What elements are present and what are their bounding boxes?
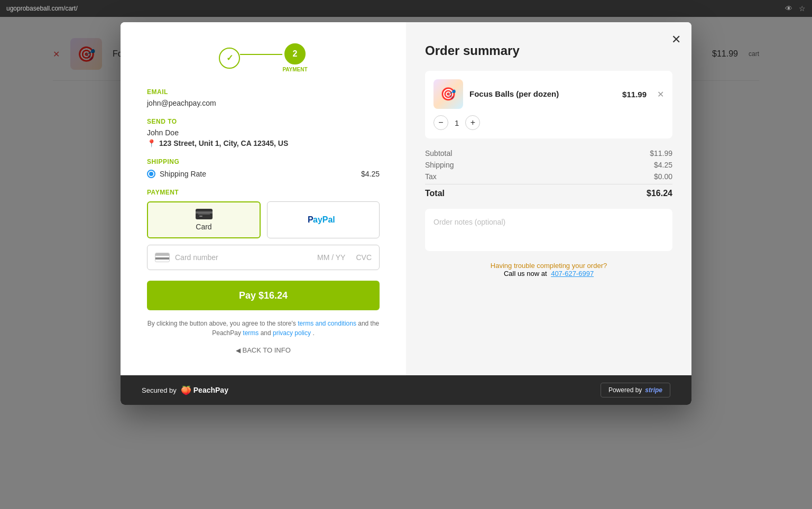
terms-conditions-link[interactable]: terms and conditions [298,320,356,327]
step-1-wrapper: ✓ [219,48,240,69]
order-summary-title: Order summary [425,43,672,58]
step-2-circle: 2 [284,43,306,64]
subtotal-value: $11.99 [650,149,672,158]
qty-value: 1 [455,118,459,127]
modal-overlay: ✓ 2 PAYMENT EMAIL john@peachpay.com SE [0,17,812,509]
tax-value: $0.00 [654,172,672,181]
card-number-placeholder[interactable]: Card number [175,253,312,262]
step-1-check: ✓ [226,53,233,63]
call-label: Call us now at [504,270,547,277]
shipping-rate-price: $4.25 [361,170,380,178]
tax-label: Tax [425,172,437,181]
address-value: 123 Street, Unit 1, City, CA 12345, US [159,139,288,147]
order-notes-placeholder: Order notes (optional) [433,218,505,226]
qty-decrease-button[interactable]: − [433,115,448,130]
address-row: 📍 123 Street, Unit 1, City, CA 12345, US [147,139,380,147]
phone-link[interactable]: 407-627-6997 [551,270,594,277]
svg-text:ayPal: ayPal [313,215,335,224]
privacy-policy-link[interactable]: privacy policy [273,329,311,337]
trouble-text: Having trouble completing your order? [425,262,672,270]
step-2-wrapper: 2 PAYMENT [282,43,307,72]
shipping-row: Shipping Rate $4.25 [147,170,380,178]
card-cvc-placeholder[interactable]: CVC [356,253,372,262]
shipping-section-label: SHIPPING [147,158,380,165]
svg-rect-1 [198,212,210,215]
call-text-row: Call us now at 407-627-6997 [425,270,672,277]
send-to-section-label: SEND TO [147,118,380,125]
stripe-logo: stripe [645,386,662,394]
pin-icon: 📍 [147,139,156,147]
peachpay-logo: 🍑 PeachPay [181,385,228,395]
order-item-row: 🎯 Focus Balls (per dozen) $11.99 ✕ [433,79,664,109]
checkout-modal: ✓ 2 PAYMENT EMAIL john@peachpay.com SE [121,22,691,405]
powered-by-stripe: Powered by stripe [601,383,670,397]
browser-url: ugoprobaseball.com/cart/ [6,5,785,12]
order-item-remove[interactable]: ✕ [657,89,664,99]
order-item-card: 🎯 Focus Balls (per dozen) $11.99 ✕ − 1 + [425,71,672,138]
shipping-rate-name: Shipping Rate [160,170,206,178]
checkout-stepper: ✓ 2 PAYMENT [147,43,380,72]
total-label: Total [425,189,445,198]
step-1-circle: ✓ [219,48,240,69]
shipping-radio[interactable] [147,170,155,178]
shipping-summary-label: Shipping [425,161,454,169]
modal-left-panel: ✓ 2 PAYMENT EMAIL john@peachpay.com SE [121,22,406,375]
terms-text-and: and [261,329,271,337]
pay-button[interactable]: Pay $16.24 [147,281,380,310]
paypal-payment-option[interactable]: P ayPal [267,201,380,238]
qty-increase-button[interactable]: + [465,115,480,130]
card-payment-label: Card [196,223,211,231]
order-item-thumbnail: 🎯 [433,79,463,109]
subtotal-label: Subtotal [425,149,452,158]
order-item-name: Focus Balls (per dozen) [469,89,559,98]
browser-icons: 👁 ☆ [785,4,806,13]
back-label: BACK TO INFO [243,346,291,354]
payment-options: Card P ayPal [147,201,380,238]
payment-section-label: PAYMENT [147,189,380,196]
card-input-icon [155,253,170,262]
card-input-row: Card number MM / YY CVC [147,245,380,270]
terms-text-before: By clicking the button above, you agree … [147,320,296,327]
peachpay-terms-link[interactable]: terms [243,329,259,337]
shipping-summary-value: $4.25 [654,161,672,169]
peachpay-name: PeachPay [193,386,228,394]
step-2-number: 2 [293,49,298,59]
privacy-icon: 👁 [785,4,792,13]
help-text: Having trouble completing your order? Ca… [425,262,672,277]
order-item-info: Focus Balls (per dozen) [469,89,616,99]
terms-text: By clicking the button above, you agree … [147,319,380,338]
shipping-option-left: Shipping Rate [147,170,206,178]
qty-control: − 1 + [433,115,664,130]
step-line [240,54,282,55]
order-item-price: $11.99 [622,90,647,99]
modal-footer: Secured by 🍑 PeachPay Powered by stripe [121,375,691,405]
card-expiry-placeholder[interactable]: MM / YY [317,253,345,262]
back-to-info-link[interactable]: ◀ BACK TO INFO [147,346,380,354]
order-notes[interactable]: Order notes (optional) [425,209,672,251]
subtotal-row: Subtotal $11.99 [425,149,672,158]
shipping-row-summary: Shipping $4.25 [425,161,672,169]
back-arrow-icon: ◀ [236,347,242,354]
terms-period: . [312,329,314,337]
svg-rect-2 [199,216,202,217]
total-value: $16.24 [647,189,672,198]
modal-body: ✓ 2 PAYMENT EMAIL john@peachpay.com SE [121,22,691,375]
secured-by-text: Secured by [142,386,177,394]
email-section-label: EMAIL [147,88,380,96]
modal-right-panel: ✕ Order summary 🎯 Focus Balls (per dozen… [406,22,691,375]
recipient-name: John Doe [147,128,380,137]
close-modal-button[interactable]: ✕ [671,33,681,47]
total-row: Total $16.24 [425,184,672,198]
powered-by-text: Powered by [608,386,642,394]
step-2-label: PAYMENT [282,67,307,72]
secured-by: Secured by 🍑 PeachPay [142,385,228,395]
browser-bar: ugoprobaseball.com/cart/ 👁 ☆ [0,0,812,17]
peachpay-icon: 🍑 [181,385,191,395]
star-icon: ☆ [799,4,806,13]
paypal-logo: P ayPal [308,214,339,226]
tax-row: Tax $0.00 [425,172,672,181]
email-value: john@peachpay.com [147,99,380,107]
totals-section: Subtotal $11.99 Shipping $4.25 Tax $0.00… [425,149,672,198]
card-payment-option[interactable]: Card [147,201,261,238]
card-payment-icon [196,209,213,219]
